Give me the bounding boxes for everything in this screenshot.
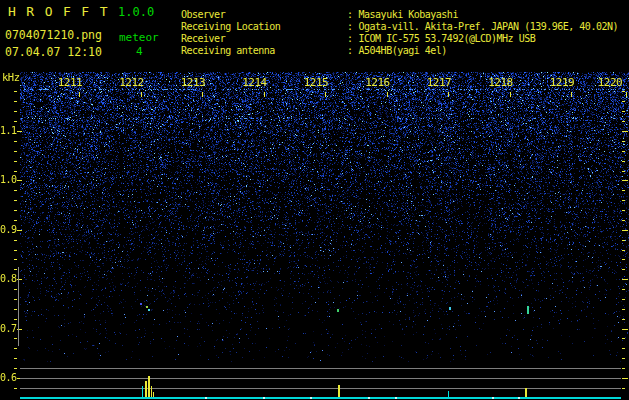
time-tick-label: 1219 [547,77,577,88]
meteor-echo-mark [148,309,150,311]
level-baseline [20,397,621,399]
freq-minor-tick-right [622,210,625,211]
freq-minor-tick [14,91,17,92]
time-tick [387,92,388,97]
time-tick [141,92,142,97]
freq-minor-tick-right [622,190,625,191]
level-spike [338,385,340,397]
freq-minor-tick [14,151,17,152]
meteor-echo-mark [140,303,142,305]
meteor-echo-mark [449,307,451,310]
freq-minor-tick [14,240,17,241]
freq-major-tick-right [622,131,628,132]
freq-minor-tick-right [622,269,625,270]
time-tick-label: 1215 [301,77,331,88]
time-tick [626,92,627,97]
freq-major-tick-right [622,180,628,181]
freq-range-indicator [18,267,19,346]
freq-minor-tick [14,299,17,300]
time-tick [79,92,80,97]
freq-minor-tick-right [622,319,625,320]
level-spike [153,392,154,397]
level-spike [448,391,449,397]
freq-major-tick-right [622,230,628,231]
level-gridline [20,368,621,369]
freq-major-tick [17,230,22,231]
time-tick-label: 1213 [178,77,208,88]
freq-minor-tick [14,210,17,211]
freq-minor-tick [14,338,17,339]
freq-minor-tick [14,171,17,172]
freq-minor-tick [14,220,17,221]
freq-minor-tick [14,121,17,122]
freq-minor-tick-right [622,309,625,310]
freq-axis-unit: kHz [2,71,19,83]
freq-minor-tick-right [622,388,625,389]
freq-minor-tick-right [622,151,625,152]
freq-minor-tick [14,358,17,359]
meteor-echo-mark [527,306,529,314]
level-spike [142,386,143,397]
freq-minor-tick-right [622,111,625,112]
level-spike [525,388,527,397]
freq-minor-tick-right [622,200,625,201]
baseline-speck [310,397,312,399]
freq-tick-label: 1.1 [0,125,16,137]
freq-minor-tick-right [622,141,625,142]
level-gridline [20,378,621,379]
time-tick-label: 1211 [55,77,85,88]
time-tick [264,92,265,97]
freq-major-tick-right [622,378,628,379]
freq-minor-tick-right [622,259,625,260]
freq-major-tick-right [622,279,628,280]
freq-minor-tick-right [622,101,625,102]
time-tick-label: 1218 [486,77,516,88]
time-tick [510,92,511,97]
time-tick [325,92,326,97]
baseline-speck [368,397,370,399]
baseline-speck [205,397,207,399]
freq-minor-tick-right [622,358,625,359]
freq-minor-tick-right [622,299,625,300]
freq-minor-tick [14,111,17,112]
plot-layer: 1.11.00.90.80.70.61211121212131214121512… [0,0,629,400]
freq-minor-tick [14,161,17,162]
level-gridline [20,388,621,389]
baseline-speck [518,397,520,399]
freq-minor-tick [14,250,17,251]
freq-minor-tick [14,259,17,260]
freq-minor-tick [14,101,17,102]
freq-minor-tick-right [622,250,625,251]
freq-minor-tick [14,289,17,290]
freq-minor-tick-right [622,348,625,349]
freq-minor-tick [14,141,17,142]
freq-minor-tick-right [622,338,625,339]
level-spike [148,376,150,397]
time-tick [571,92,572,97]
freq-minor-tick-right [622,161,625,162]
freq-minor-tick [14,368,17,369]
freq-minor-tick-right [622,220,625,221]
freq-major-tick-right [622,329,628,330]
time-tick-label: 1216 [363,77,393,88]
freq-minor-tick-right [622,91,625,92]
freq-tick-label: 0.7 [0,323,16,335]
freq-minor-tick [14,348,17,349]
freq-tick-label: 0.9 [0,224,16,236]
freq-tick-label: 1.0 [0,174,16,186]
baseline-speck [263,397,265,399]
freq-minor-tick [14,200,17,201]
freq-minor-tick-right [622,171,625,172]
freq-tick-label: 0.6 [0,372,16,384]
freq-tick-label: 0.8 [0,273,16,285]
meteor-echo-mark [337,309,339,312]
time-tick-label: 1212 [117,77,147,88]
freq-minor-tick-right [622,289,625,290]
baseline-speck [395,397,397,399]
freq-minor-tick [14,269,17,270]
meteor-echo-mark [146,306,148,308]
time-tick [202,92,203,97]
freq-minor-tick [14,388,17,389]
time-tick-label: 1220 [595,77,625,88]
freq-minor-tick [14,309,17,310]
